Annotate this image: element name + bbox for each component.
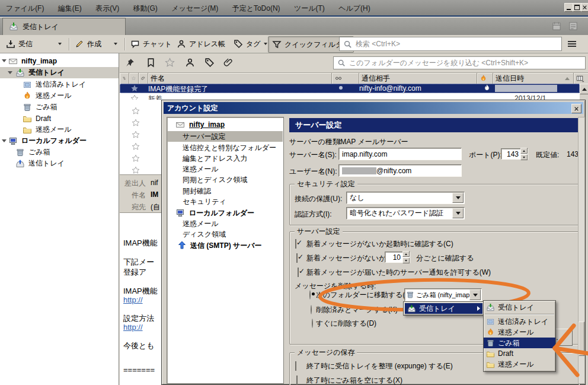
tag-button[interactable]: タグ [230, 36, 271, 52]
unread-filter-icon[interactable] [146, 58, 156, 68]
menu-message[interactable]: メッセージ(M) [165, 0, 224, 14]
radio-move-to-folder[interactable] [309, 290, 311, 300]
folder-local[interactable]: ローカルフォルダー [0, 135, 119, 147]
submenu-item-trash[interactable]: ごみ箱 [484, 338, 555, 348]
star-outline-icon[interactable] [132, 131, 140, 139]
tree-item-junk[interactable]: 迷惑メール [168, 164, 283, 174]
menu-help[interactable]: ヘルプ(H) [333, 0, 376, 14]
message-row-partial[interactable]: 新着 2013/12/1 [120, 93, 580, 100]
submenu-item-sent[interactable]: 送信済みトレイ [484, 316, 555, 327]
scrollbar-thumb[interactable] [579, 322, 584, 356]
tab-inbox[interactable]: 受信トレイ [2, 18, 126, 35]
column-picker-button[interactable] [574, 73, 588, 84]
subject-column-header[interactable]: 件名 [148, 73, 332, 84]
compose-button[interactable]: 作成 [71, 36, 105, 52]
check-expunge-checkbox[interactable] [295, 361, 296, 371]
global-search-input[interactable]: 検索 <Ctrl+K> [339, 37, 562, 51]
star-outline-icon[interactable] [132, 107, 140, 115]
sticky-filter-icon[interactable] [125, 58, 135, 68]
thread-column-header[interactable] [120, 73, 129, 84]
menu-item-inbox-parent[interactable]: 受信トレイ [405, 303, 482, 314]
message-row-selected[interactable]: IMAP機能登録完了 nifty-info@nifty.com [120, 84, 580, 93]
get-mail-button[interactable]: 受信 [2, 36, 36, 52]
spin-down-icon[interactable] [520, 154, 528, 160]
expander-icon[interactable] [2, 59, 7, 62]
tree-item-server-settings[interactable]: サーバー設定 [168, 131, 283, 142]
contact-filter-icon[interactable] [185, 58, 195, 68]
tree-item-smtp[interactable]: 送信 (SMTP) サーバー [168, 240, 283, 251]
check-push-checkbox[interactable] [298, 268, 299, 277]
submenu-item-inbox[interactable]: 受信トレイ [484, 302, 555, 313]
tree-item-composition[interactable]: 編集とアドレス入力 [168, 153, 283, 164]
star-column-header[interactable] [129, 73, 139, 84]
user-name-input[interactable]: @nifty.com [338, 164, 462, 177]
folder-draft[interactable]: Draft [0, 113, 119, 124]
folder-junk[interactable]: 迷惑メール [0, 90, 119, 101]
radio-remove-immediately[interactable] [312, 319, 313, 328]
calendar-tab-button[interactable] [551, 21, 562, 31]
submenu-item-junk[interactable]: 迷惑メール [484, 327, 555, 338]
tree-item-account[interactable]: nifty_imap [168, 119, 283, 130]
spin-down-icon[interactable] [402, 257, 410, 263]
tree-item-disk-space[interactable]: ディスク領域 [168, 229, 283, 240]
folder-local-trash[interactable]: ごみ箱 [0, 147, 119, 158]
star-icon[interactable] [130, 84, 139, 93]
body-link[interactable]: http:// [123, 323, 143, 332]
dialog-title-bar[interactable]: アカウント設定 [164, 102, 583, 114]
check-interval-checkbox[interactable] [296, 253, 298, 263]
attachment-filter-icon[interactable] [223, 58, 234, 68]
star-outline-icon[interactable] [132, 142, 140, 151]
dialog-scrollbar[interactable] [578, 117, 585, 384]
tree-item-local-folders[interactable]: ローカルフォルダー [168, 208, 283, 218]
spin-up-icon[interactable] [520, 148, 528, 154]
menu-events-todo[interactable]: 予定とToDo(N) [226, 0, 286, 14]
folder-nifty-imap[interactable]: nifty_imap [0, 55, 119, 66]
tree-item-return-receipts[interactable]: 開封確認 [168, 186, 283, 196]
body-link[interactable]: http:// [123, 295, 143, 304]
app-menu-button[interactable] [568, 40, 576, 48]
minimize-button[interactable] [564, 3, 573, 12]
tree-item-copies-folders[interactable]: 送信控えと特別なフォルダー [168, 142, 283, 153]
star-outline-icon[interactable] [132, 119, 140, 127]
read-column-header[interactable] [332, 73, 359, 84]
dropdown-button[interactable] [452, 193, 464, 203]
dialog-close-button[interactable] [571, 104, 581, 113]
menu-edit[interactable]: 編集(E) [52, 0, 88, 14]
move-target-dropdown[interactable]: ごみ箱 (nifty_imap) [404, 288, 482, 301]
close-button[interactable] [581, 3, 588, 12]
menu-file[interactable]: ファイル(F) [0, 0, 50, 14]
get-mail-dropdown[interactable] [55, 36, 68, 52]
correspondents-column-header[interactable]: 通信相手 [359, 73, 477, 84]
menu-view[interactable]: 表示(V) [90, 0, 125, 14]
star-outline-icon[interactable] [132, 154, 140, 163]
folder-sent[interactable]: 送信済みトレイ [0, 79, 119, 90]
chat-button[interactable]: チャット [127, 36, 175, 52]
scrollbar-up-button[interactable] [580, 84, 588, 94]
spin-up-icon[interactable] [402, 251, 410, 257]
server-name-input[interactable]: imap.nifty.com [338, 148, 462, 160]
auth-method-select[interactable]: 暗号化されたパスワード認証 [346, 207, 465, 219]
attachment-column-header[interactable] [139, 73, 148, 84]
starred-filter-icon[interactable] [165, 58, 175, 68]
tag-filter-icon[interactable] [204, 58, 215, 68]
compose-dropdown[interactable] [110, 36, 123, 52]
folder-trash[interactable]: ごみ箱 [0, 101, 119, 113]
submenu-item-junk2[interactable]: 迷惑メール [484, 359, 555, 370]
tree-item-security[interactable]: セキュリティ [168, 196, 283, 207]
folder-outbox[interactable]: 送信トレイ [0, 158, 119, 169]
filter-search-input[interactable]: このフォルダーのメッセージを絞り込む <Ctrl+Shift+K> [333, 56, 586, 69]
check-empty-trash-checkbox[interactable] [296, 376, 298, 385]
star-outline-icon[interactable] [132, 166, 140, 174]
folder-inbox[interactable]: 受信トレイ [0, 67, 119, 78]
expander-icon[interactable] [2, 139, 7, 142]
tree-item-sync-disk[interactable]: 同期とディスク領域 [168, 174, 283, 185]
menu-go[interactable]: 移動(G) [127, 0, 163, 14]
folder-junk2[interactable]: 迷惑メール [0, 124, 119, 135]
junk-column-header[interactable] [477, 73, 493, 84]
submenu-item-draft[interactable]: Draft [484, 348, 555, 359]
radio-mark-deleted[interactable] [311, 305, 312, 314]
menu-tools[interactable]: ツール(T) [288, 0, 331, 14]
interval-spinner[interactable]: 10 [385, 252, 410, 263]
expander-icon[interactable] [8, 71, 12, 74]
check-startup-checkbox[interactable] [295, 239, 296, 249]
